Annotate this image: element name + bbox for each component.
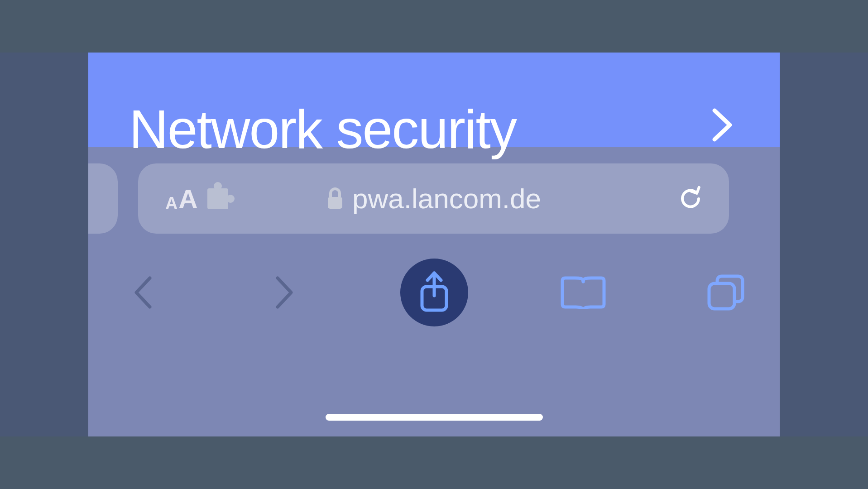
- share-button[interactable]: [400, 259, 468, 326]
- letterbox-top: [0, 0, 868, 53]
- text-size-big-a: A: [178, 186, 197, 212]
- page-banner[interactable]: Network security: [88, 53, 780, 147]
- screenshot-stage: Network security A A pwa.lancom.de: [0, 0, 868, 489]
- back-button[interactable]: [115, 265, 170, 320]
- extension-icon[interactable]: [207, 188, 228, 209]
- text-size-button[interactable]: A A: [165, 186, 197, 212]
- bottom-toolbar: [88, 247, 780, 338]
- address-bar[interactable]: A A pwa.lancom.de: [138, 163, 729, 234]
- svg-rect-0: [328, 197, 342, 209]
- letterbox-bottom: [0, 436, 868, 489]
- lock-icon: [326, 187, 344, 211]
- page-heading: Network security: [129, 102, 516, 156]
- bookmarks-button[interactable]: [556, 265, 610, 320]
- tabs-button[interactable]: [698, 265, 753, 320]
- svg-rect-2: [709, 283, 734, 309]
- address-bar-url: pwa.lancom.de: [352, 182, 541, 215]
- forward-button[interactable]: [258, 265, 312, 320]
- home-indicator[interactable]: [326, 414, 543, 421]
- chevron-right-icon[interactable]: [711, 107, 734, 143]
- address-bar-left: A A: [165, 186, 228, 212]
- safari-viewport: Network security A A pwa.lancom.de: [88, 53, 780, 436]
- previous-tab-peek[interactable]: [88, 163, 118, 234]
- text-size-small-a: A: [165, 195, 177, 212]
- reload-button[interactable]: [677, 185, 704, 212]
